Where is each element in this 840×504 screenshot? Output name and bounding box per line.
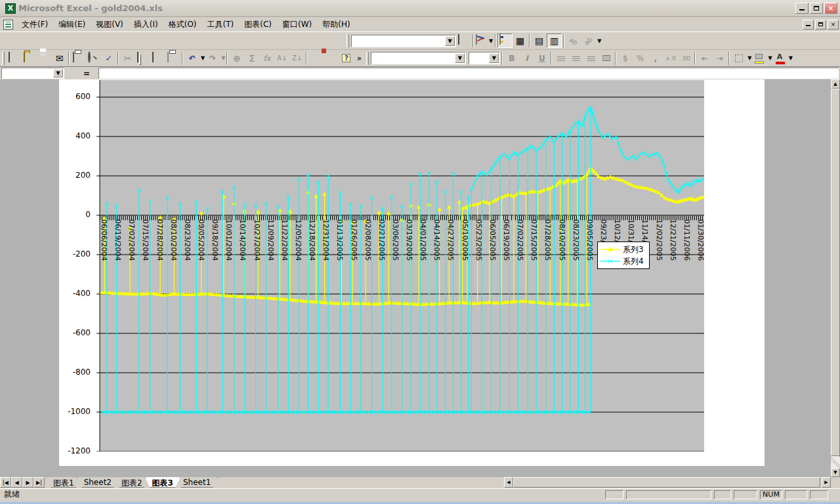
legend-toggle-button[interactable] [497, 33, 513, 48]
cut-button[interactable]: ✂ [120, 51, 135, 66]
workbook-icon[interactable] [3, 20, 13, 30]
menu-item-8[interactable]: 帮助(H) [317, 17, 355, 32]
redo-dropdown-icon[interactable]: ▼ [221, 55, 225, 61]
chevron-down-icon[interactable]: ▼ [489, 53, 499, 63]
menu-item-2[interactable]: 视图(V) [91, 17, 129, 32]
copy-button[interactable] [135, 51, 150, 66]
sheet-tab-图表2[interactable]: 图表2 [114, 477, 150, 488]
doc-restore-button[interactable] [815, 20, 826, 30]
save-button[interactable] [37, 51, 52, 66]
chart-area[interactable]: 6004002000-200-400-600-800-1000-1200 06/… [59, 79, 765, 466]
legend-entry[interactable]: 系列3 [600, 243, 646, 255]
sheet-tab-Sheet2[interactable]: Sheet2 [77, 477, 119, 488]
fill-color-button[interactable] [751, 51, 766, 66]
sort-descending-button[interactable]: Z↓ [289, 51, 304, 66]
scroll-down-icon[interactable]: ▼ [831, 468, 840, 477]
function-wizard-button[interactable]: fx [259, 51, 274, 66]
chevron-down-icon[interactable]: ▼ [445, 36, 455, 46]
format-selection-button[interactable] [456, 33, 471, 48]
by-row-button[interactable]: ▤ [532, 33, 547, 48]
font-size-combobox[interactable]: ▼ [469, 52, 500, 64]
name-box[interactable]: ▼ [1, 68, 64, 79]
menu-item-0[interactable]: 文件(F) [16, 17, 53, 32]
underline-button[interactable]: U [534, 51, 549, 66]
toolbar-grip[interactable] [346, 34, 349, 47]
increase-indent-button[interactable]: ⇥ [712, 51, 727, 66]
horizontal-scrollbar[interactable]: ◀ ▶ [504, 477, 831, 488]
chart-wizard-button[interactable] [308, 51, 324, 66]
chart-objects-combobox[interactable]: ▼ [351, 35, 456, 47]
toolbar-options-icon[interactable]: ▼ [597, 38, 601, 44]
borders-button[interactable] [731, 51, 746, 66]
redo-button[interactable]: ↷ [205, 51, 220, 66]
toolbar-grip[interactable] [366, 52, 369, 65]
format-painter-button[interactable] [165, 51, 180, 66]
vertical-scrollbar[interactable]: ▲ ▼ [831, 79, 840, 477]
map-button[interactable] [324, 51, 339, 66]
equals-button[interactable]: = [80, 68, 93, 78]
sheet-tab-Sheet1[interactable]: Sheet1 [176, 477, 218, 488]
sheet-tab-图表3[interactable]: 图表3 [145, 477, 180, 488]
open-button[interactable] [22, 51, 37, 66]
angle-text-up-button[interactable]: ab [581, 33, 596, 48]
mail-button[interactable]: ✉ [52, 51, 67, 66]
menu-item-5[interactable]: 工具(T) [202, 17, 240, 32]
scroll-up-icon[interactable]: ▲ [831, 79, 840, 89]
spelling-button[interactable]: ✓ [101, 51, 116, 66]
vertical-scroll-thumb[interactable] [831, 89, 840, 456]
prev-sheet-button[interactable]: ◀ [11, 477, 22, 488]
legend-entry[interactable]: 系列4 [600, 255, 646, 267]
hyperlink-button[interactable]: ⊕ [229, 51, 244, 66]
menu-item-6[interactable]: 图表(C) [239, 17, 277, 32]
help-button[interactable]: ? [339, 51, 354, 66]
data-table-button[interactable]: ▦ [513, 33, 528, 48]
currency-button[interactable]: $ [618, 51, 633, 66]
paste-button[interactable] [150, 51, 165, 66]
bold-button[interactable]: B [504, 51, 519, 66]
doc-close-button[interactable]: × [828, 20, 839, 30]
last-sheet-button[interactable]: ▶| [33, 477, 45, 488]
font-color-dropdown-icon[interactable]: ▼ [789, 55, 793, 61]
print-preview-button[interactable] [86, 51, 101, 66]
autosum-button[interactable]: Σ [244, 51, 259, 66]
scroll-left-icon[interactable]: ◀ [504, 477, 513, 488]
toolbar-grip[interactable] [2, 52, 5, 65]
menu-item-7[interactable]: 窗口(W) [277, 17, 317, 32]
menu-item-4[interactable]: 格式(O) [163, 17, 202, 32]
align-center-button[interactable] [568, 51, 583, 66]
font-name-combobox[interactable]: ▼ [371, 52, 466, 64]
align-right-button[interactable] [583, 51, 598, 66]
undo-button[interactable]: ↶ [184, 51, 200, 66]
italic-button[interactable]: I [519, 51, 534, 66]
sheet-tab-图表1[interactable]: 图表1 [46, 477, 81, 488]
increase-decimal-button[interactable]: +.0 [663, 51, 678, 66]
angle-text-down-button[interactable]: ab [566, 33, 581, 48]
chevron-down-icon[interactable]: ▼ [53, 69, 63, 77]
doc-minimize-button[interactable] [803, 20, 814, 30]
by-column-button[interactable]: ▥ [547, 33, 562, 48]
scroll-right-icon[interactable]: ▶ [822, 477, 831, 488]
decrease-decimal-button[interactable]: .00 [678, 51, 693, 66]
more-buttons-chevron[interactable]: » [354, 51, 364, 66]
minimize-button[interactable] [795, 3, 808, 14]
new-button[interactable] [7, 51, 22, 66]
decrease-indent-button[interactable]: ⇤ [697, 51, 712, 66]
menu-item-3[interactable]: 插入(I) [129, 17, 163, 32]
sort-ascending-button[interactable]: A↓ [274, 51, 289, 66]
next-sheet-button[interactable]: ▶ [22, 477, 33, 488]
horizontal-scroll-thumb[interactable] [513, 477, 820, 488]
menu-item-1[interactable]: 编辑(E) [53, 17, 91, 32]
chart-legend[interactable]: 系列3系列4 [597, 242, 650, 269]
percent-button[interactable]: % [633, 51, 648, 66]
restore-button[interactable] [810, 3, 823, 14]
chart-type-button[interactable]: ▼ [475, 33, 494, 48]
print-button[interactable] [71, 51, 86, 66]
comma-button[interactable]: , [648, 51, 663, 66]
align-left-button[interactable] [553, 51, 568, 66]
formula-input[interactable] [98, 68, 839, 79]
font-color-button[interactable]: A [772, 51, 788, 66]
chevron-down-icon[interactable]: ▼ [455, 53, 465, 63]
first-sheet-button[interactable]: |◀ [0, 477, 11, 488]
close-button[interactable]: × [824, 3, 837, 14]
merge-center-button[interactable] [598, 51, 614, 66]
